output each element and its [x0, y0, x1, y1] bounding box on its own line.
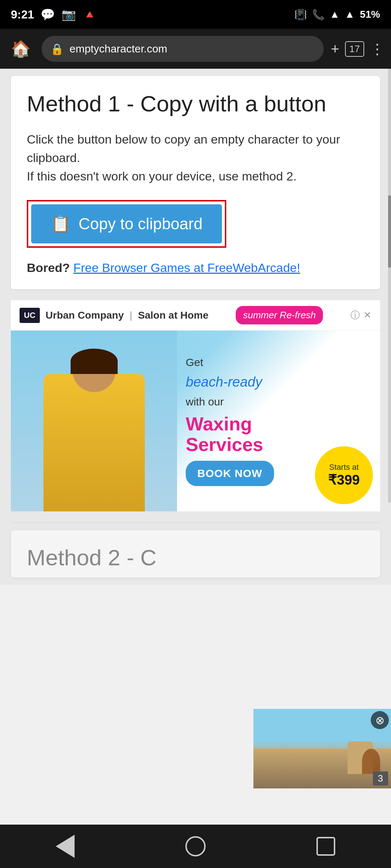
- copy-to-clipboard-button[interactable]: 📋 Copy to clipboard: [31, 204, 222, 243]
- ad-tagline: Salon at Home: [138, 310, 208, 321]
- ad-close-icon[interactable]: ✕: [363, 310, 371, 321]
- method1-description: Click the button below to copy an empty …: [27, 130, 364, 186]
- ad-promo-tag: summer Re-fresh: [236, 306, 323, 324]
- alert-icon: 🔺: [83, 8, 97, 21]
- time-display: 9:21: [11, 8, 34, 21]
- ad-info-icon[interactable]: ⓘ: [350, 309, 360, 322]
- video-thumbnail: [253, 709, 391, 788]
- browser-menu-button[interactable]: ⋮: [370, 41, 384, 57]
- scrollbar-thumb[interactable]: [388, 195, 391, 268]
- instagram-icon: 📷: [62, 8, 76, 21]
- back-triangle-icon: [56, 835, 75, 858]
- bored-label: Bored?: [27, 261, 70, 275]
- method2-card: Method 2 - C: [11, 530, 380, 578]
- clipboard-icon: 📋: [51, 214, 71, 233]
- method1-card: Method 1 - Copy with a button Click the …: [11, 76, 380, 289]
- ad-banner: UC Urban Company | Salon at Home summer …: [11, 300, 380, 511]
- uc-logo: UC: [20, 308, 40, 323]
- tab-count[interactable]: 17: [345, 41, 364, 57]
- ad-price-label: Starts at: [329, 463, 359, 472]
- ad-brand-name: Urban Company: [46, 310, 124, 321]
- battery-display: 51%: [360, 9, 380, 20]
- recent-square-icon: [316, 837, 335, 856]
- recent-nav-button[interactable]: [311, 832, 340, 861]
- ad-headline-with: with our: [186, 396, 371, 408]
- url-bar[interactable]: 🔒 emptycharacter.com: [42, 36, 324, 62]
- bottom-nav: [0, 825, 391, 868]
- ad-top-bar: UC Urban Company | Salon at Home summer …: [11, 300, 380, 331]
- ad-image-area: [11, 331, 177, 511]
- floating-video[interactable]: 3 ⊗: [253, 709, 391, 788]
- ad-book-now-button[interactable]: BOOK NOW: [186, 461, 274, 486]
- method2-title: Method 2 - C: [27, 545, 364, 570]
- vibrate-icon: 📳: [294, 9, 307, 21]
- bored-section: Bored? Free Browser Games at FreeWebArca…: [27, 261, 364, 275]
- ad-headline-get: Get: [186, 356, 371, 369]
- video-count: 3: [373, 771, 388, 786]
- home-nav-button[interactable]: [181, 832, 210, 861]
- ad-main: Get beach-ready with our WaxingServices …: [11, 331, 380, 511]
- signal-icon: ▲: [345, 9, 355, 20]
- ad-person-illustration: [43, 349, 145, 511]
- person-body: [43, 374, 145, 511]
- ad-price-circle: Starts at ₹399: [315, 446, 373, 504]
- person-hair: [71, 349, 118, 374]
- section-divider: [11, 522, 380, 523]
- ad-brand: UC Urban Company | Salon at Home: [20, 308, 209, 323]
- ad-info-close: ⓘ ✕: [350, 309, 371, 322]
- url-text: emptycharacter.com: [70, 43, 167, 55]
- page-content: Method 1 - Copy with a button Click the …: [0, 69, 391, 585]
- back-nav-button[interactable]: [51, 832, 80, 861]
- status-bar: 9:21 💬 📷 🔺 📳 📞 ▲ ▲ 51%: [0, 0, 391, 29]
- method1-title: Method 1 - Copy with a button: [27, 90, 364, 117]
- status-right: 📳 📞 ▲ ▲ 51%: [294, 9, 380, 21]
- whatsapp-icon: 💬: [41, 8, 55, 21]
- copy-button-label: Copy to clipboard: [79, 215, 202, 233]
- ad-headline-beach: beach-ready: [186, 374, 371, 390]
- browser-bar: 🏠 🔒 emptycharacter.com + 17 ⋮: [0, 29, 391, 69]
- browser-actions: + 17 ⋮: [331, 41, 384, 57]
- copy-button-wrapper: 📋 Copy to clipboard: [27, 200, 226, 248]
- lock-icon: 🔒: [50, 43, 64, 55]
- wifi-icon: ▲: [330, 9, 340, 20]
- new-tab-button[interactable]: +: [331, 41, 339, 57]
- home-circle-icon: [185, 836, 206, 856]
- status-left: 9:21 💬 📷 🔺: [11, 8, 97, 21]
- home-button[interactable]: 🏠: [7, 39, 34, 58]
- scrollbar[interactable]: [388, 69, 391, 503]
- video-bunny: [362, 749, 380, 774]
- floating-video-close[interactable]: ⊗: [371, 711, 389, 729]
- ad-price-amount: ₹399: [328, 472, 360, 488]
- call-icon: 📞: [312, 9, 325, 21]
- freewebarcade-link[interactable]: Free Browser Games at FreeWebArcade!: [73, 261, 300, 275]
